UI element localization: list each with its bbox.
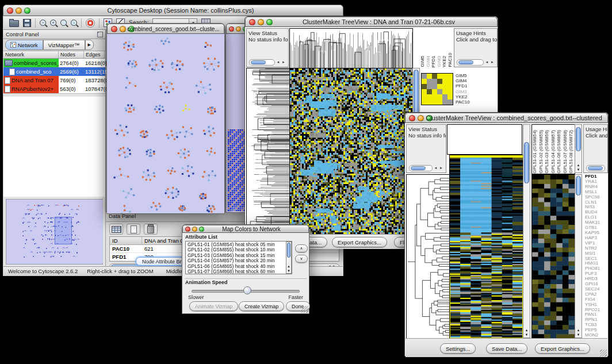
- treeview2-column-dendrogram[interactable]: [447, 124, 522, 155]
- treeview2-zoom-matrix[interactable]: [531, 174, 575, 339]
- treeview2-row-dendrogram[interactable]: [406, 174, 450, 339]
- scroll-up-arrow[interactable]: ▲: [286, 265, 291, 269]
- scroll-up-arrow[interactable]: ▲: [523, 328, 530, 332]
- treeview2-heatmap[interactable]: [449, 155, 523, 339]
- scroll-up-arrow[interactable]: ▲: [575, 163, 582, 167]
- status-scrollbar[interactable]: ◄ ►: [249, 59, 286, 65]
- attribute-list-label: Attribute List: [185, 234, 217, 240]
- treeview2-window: ClusterMaker TreeView : combined_scores_…: [404, 112, 609, 357]
- move-up-button[interactable]: ∧: [295, 244, 308, 252]
- create-vizmap-button[interactable]: Create Vizmap: [239, 301, 284, 311]
- network-row[interactable]: RNAPuberNov2+563(0)107847(0): [3, 85, 105, 93]
- network-overview-canvas[interactable]: [6, 200, 103, 263]
- minimize-button[interactable]: [258, 19, 264, 25]
- treeview2-zoom-scrollbar[interactable]: ▲ ▼: [575, 174, 582, 338]
- scroll-down-arrow[interactable]: ▼: [575, 333, 582, 337]
- open-file-button[interactable]: [9, 18, 19, 27]
- network-row[interactable]: combined_scores_2764(0)16218(0): [3, 59, 105, 67]
- help-button[interactable]: [86, 18, 95, 28]
- scroll-down-arrow[interactable]: ▼: [523, 333, 530, 337]
- scroll-arrows[interactable]: ◄ ►: [276, 59, 286, 66]
- scroll-thumb[interactable]: [458, 60, 473, 64]
- network-row[interactable]: DNA and Tran 07769(0)183728(0): [3, 76, 105, 85]
- network-overview-panel[interactable]: [6, 199, 103, 265]
- hints-scrollbar[interactable]: [586, 165, 605, 171]
- vscroll-thumb[interactable]: [287, 243, 290, 258]
- zoom-out-button[interactable]: −: [40, 20, 46, 26]
- treeview1-heatmap[interactable]: [289, 68, 413, 235]
- settings-button[interactable]: Settings...: [440, 343, 476, 354]
- zoom-fit-button[interactable]: [60, 20, 67, 26]
- close-button[interactable]: [185, 227, 190, 232]
- network-window-1: combined_scores_good.txt--cluste...: [106, 23, 225, 214]
- tab-overflow-arrow[interactable]: ▶: [85, 40, 94, 50]
- animate-vizmap-button[interactable]: Animate Vizmap: [189, 301, 238, 311]
- close-button[interactable]: [249, 19, 255, 25]
- export-graphics-button[interactable]: Export Graphics...: [535, 343, 590, 354]
- vscroll-thumb[interactable]: [576, 176, 581, 196]
- treeview2-titlebar[interactable]: ClusterMaker TreeView : combined_scores_…: [405, 113, 608, 123]
- view-status-title: View Status: [248, 30, 286, 36]
- cytoscape-titlebar[interactable]: Cytoscape Desktop (Session Name: collins…: [3, 5, 343, 16]
- minimize-button[interactable]: [120, 26, 126, 32]
- treeview2-vscrollbar[interactable]: ▲ ▼: [523, 124, 530, 338]
- select-attributes-button[interactable]: [109, 224, 123, 235]
- scroll-arrows[interactable]: ◄ ►: [434, 165, 443, 171]
- network1-title: combined_scores_good.txt--cluste...: [127, 26, 219, 32]
- export-graphics-button[interactable]: Export Graphics...: [332, 237, 387, 247]
- minimize-button[interactable]: [192, 227, 197, 232]
- minimize-button[interactable]: [418, 115, 424, 121]
- resize-grip[interactable]: [600, 350, 607, 357]
- network1-view-canvas[interactable]: [107, 34, 224, 213]
- column-label: GIM3: [437, 56, 442, 67]
- delete-attribute-button[interactable]: [144, 224, 158, 235]
- close-button[interactable]: [229, 26, 234, 32]
- treeview1-row-dendrogram[interactable]: [246, 68, 290, 235]
- tab-vizmapper[interactable]: VizMapper™: [43, 40, 85, 50]
- scroll-down-arrow[interactable]: ▼: [575, 168, 582, 172]
- zoom-in-button[interactable]: +: [50, 20, 56, 26]
- file-icon: [9, 68, 15, 75]
- scroll-thumb[interactable]: [251, 60, 266, 64]
- new-attribute-button[interactable]: [127, 224, 140, 235]
- zoom-selected-button[interactable]: ▫: [71, 20, 77, 26]
- treeview2-usage-hints: Usage Hints Click and drag to: [583, 124, 608, 173]
- minimize-button[interactable]: [16, 7, 22, 14]
- close-button[interactable]: [111, 26, 117, 32]
- resize-grip[interactable]: [301, 306, 308, 313]
- attribute-list[interactable]: GPL51-01 (GSM854) heat shock 05 minGPL51…: [185, 241, 292, 274]
- scroll-arrows[interactable]: ◄ ►: [485, 59, 495, 66]
- slider-thumb[interactable]: [243, 286, 251, 294]
- treeview1-titlebar[interactable]: ClusterMaker TreeView : DNA and Tran 07-…: [245, 17, 498, 27]
- save-data-button[interactable]: Save Data...: [486, 343, 527, 354]
- attribute-item[interactable]: GPL51-07 (GSM868) heat shock 60 min: [186, 269, 292, 274]
- treeview2-label-scrollbar[interactable]: ▲ ▼: [575, 124, 582, 173]
- status-scrollbar[interactable]: ◄ ►: [409, 165, 443, 171]
- save-session-button[interactable]: [23, 19, 31, 27]
- close-button[interactable]: [409, 115, 415, 121]
- attribute-list-scrollbar[interactable]: ▲ ▼: [286, 242, 292, 274]
- float-panel-icon[interactable]: [97, 32, 103, 37]
- network-row[interactable]: combined_sco2569(6)13112(15): [3, 67, 105, 76]
- network-table-header: Network Nodes Edges: [3, 51, 105, 59]
- move-down-button[interactable]: ∨: [295, 255, 308, 263]
- tab-network[interactable]: Network: [5, 40, 43, 50]
- minimize-button[interactable]: [236, 26, 241, 32]
- scroll-thumb[interactable]: [588, 166, 603, 170]
- treeview1-zoom-matrix[interactable]: [421, 73, 453, 105]
- hints-scrollbar[interactable]: ◄ ►: [457, 59, 495, 65]
- vscroll-thumb[interactable]: [524, 142, 529, 183]
- close-button[interactable]: [7, 7, 13, 14]
- gene-label: PFD1: [454, 83, 496, 89]
- column-label: GPL51-04 (GSM857): [550, 130, 557, 174]
- scroll-up-arrow[interactable]: ▲: [575, 328, 582, 332]
- dialog-titlebar[interactable]: Map Colors to Network: [182, 225, 309, 233]
- vscroll-thumb[interactable]: [576, 127, 581, 151]
- scroll-down-arrow[interactable]: ▼: [286, 269, 291, 273]
- treeview1-column-dendrogram[interactable]: [289, 28, 413, 68]
- network-tree-empty-area: [3, 97, 105, 197]
- column-label: GPL51-01 (GSM854): [532, 130, 538, 174]
- column-label: YKE2: [442, 56, 447, 67]
- network1-titlebar[interactable]: combined_scores_good.txt--cluste...: [107, 24, 224, 34]
- scroll-thumb[interactable]: [411, 166, 426, 170]
